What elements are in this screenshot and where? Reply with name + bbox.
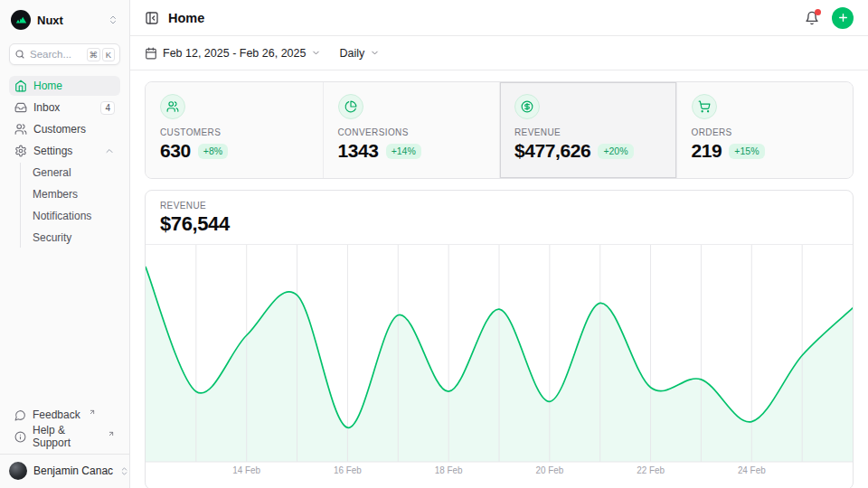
- users-icon: [160, 94, 185, 119]
- stat-label: REVENUE: [514, 127, 662, 137]
- chevron-down-icon: [370, 48, 380, 58]
- chat-bubble-icon: [14, 409, 26, 421]
- sidebar-item-help-support[interactable]: Help & Support: [9, 427, 120, 446]
- external-link-icon: [89, 408, 96, 416]
- kbd-k: K: [102, 48, 115, 61]
- inbox-icon: [14, 101, 27, 114]
- stat-value: 1343: [338, 140, 379, 162]
- page-title: Home: [168, 11, 204, 25]
- sidebar: Nuxt Search... ⌘ K Home: [0, 0, 130, 488]
- date-range-value: Feb 12, 2025 - Feb 26, 2025: [163, 47, 306, 60]
- sidebar-item-notifications[interactable]: Notifications: [29, 206, 120, 226]
- workspace-name: Nuxt: [37, 14, 63, 27]
- sidebar-item-settings[interactable]: Settings: [9, 141, 120, 161]
- sidebar-item-home[interactable]: Home: [9, 76, 120, 96]
- filter-toolbar: Feb 12, 2025 - Feb 26, 2025 Daily: [130, 36, 868, 70]
- stat-delta-badge: +15%: [729, 144, 764, 159]
- user-name: Benjamin Canac: [33, 465, 113, 477]
- period-select[interactable]: Daily: [339, 47, 380, 60]
- sidebar-subitem-label: Members: [33, 188, 78, 201]
- sidebar-footer: Feedback Help & Support Benjamin Canac: [9, 405, 120, 488]
- chart-metric-value: $76,544: [160, 212, 838, 236]
- search-placeholder: Search...: [30, 49, 71, 60]
- x-axis-label: 22 Feb: [637, 465, 665, 475]
- sidebar-subitem-label: Security: [33, 231, 71, 244]
- stat-delta-badge: +8%: [198, 144, 228, 159]
- sidebar-subitem-label: General: [33, 166, 71, 179]
- sidebar-item-label: Settings: [33, 145, 72, 157]
- main-area: Home Feb 12, 2: [130, 0, 868, 488]
- calendar-icon: [145, 47, 157, 60]
- page-header: Home: [130, 0, 868, 36]
- external-link-icon: [108, 430, 115, 437]
- x-axis-label: 20 Feb: [535, 465, 563, 475]
- header-actions: [805, 7, 854, 29]
- app-window: Nuxt Search... ⌘ K Home: [0, 0, 868, 488]
- home-icon: [14, 80, 27, 92]
- search-input[interactable]: Search... ⌘ K: [9, 43, 120, 65]
- notification-dot: [815, 9, 821, 15]
- user-section: Benjamin Canac: [0, 454, 129, 488]
- plus-icon: [837, 12, 849, 23]
- kbd-cmd: ⌘: [87, 48, 101, 61]
- stat-delta-badge: +20%: [598, 144, 633, 159]
- x-axis-label: 24 Feb: [738, 465, 766, 475]
- sidebar-item-feedback[interactable]: Feedback: [9, 405, 120, 425]
- sidebar-nav: Home Inbox 4 Customers Settings: [9, 76, 120, 249]
- add-button[interactable]: [832, 7, 854, 29]
- stat-value: 219: [692, 140, 722, 162]
- stat-label: CUSTOMERS: [160, 127, 308, 137]
- x-axis-label: 16 Feb: [334, 465, 362, 475]
- sidebar-subitem-label: Notifications: [33, 210, 91, 222]
- sidebar-item-label: Home: [33, 80, 62, 92]
- stat-label: CONVERSIONS: [338, 127, 486, 137]
- sidebar-item-members[interactable]: Members: [29, 184, 120, 204]
- info-circle-icon: [14, 431, 26, 443]
- settings-subnav: General Members Notifications Security: [20, 163, 120, 248]
- chart-header: REVENUE $76,544: [146, 191, 853, 245]
- sidebar-item-security[interactable]: Security: [29, 228, 120, 248]
- chart-metric-label: REVENUE: [160, 201, 838, 211]
- chevrons-up-down-icon: [119, 466, 129, 476]
- stats-row: CUSTOMERS 630 +8% CONVERSIONS 1343 +14%: [145, 81, 854, 179]
- chevron-up-icon: [104, 145, 115, 156]
- stat-card-revenue[interactable]: REVENUE $477,626 +20%: [499, 82, 676, 178]
- stat-card-conversions[interactable]: CONVERSIONS 1343 +14%: [323, 82, 500, 178]
- sidebar-item-inbox[interactable]: Inbox 4: [9, 98, 120, 117]
- chevrons-up-down-icon: [108, 14, 118, 25]
- revenue-area-chart[interactable]: 14 Feb16 Feb18 Feb20 Feb22 Feb24 Feb: [146, 245, 853, 478]
- dollar-circle-icon: [514, 94, 540, 119]
- period-value: Daily: [339, 47, 364, 60]
- sidebar-item-label: Feedback: [33, 408, 80, 421]
- stat-value: 630: [160, 140, 191, 162]
- sidebar-item-label: Help & Support: [33, 424, 99, 449]
- stat-label: ORDERS: [692, 127, 839, 137]
- stat-delta-badge: +14%: [386, 144, 421, 159]
- stat-card-orders[interactable]: ORDERS 219 +15%: [676, 82, 854, 178]
- chevron-down-icon: [311, 48, 321, 58]
- avatar: [9, 462, 27, 480]
- x-axis-label: 14 Feb: [232, 465, 260, 475]
- inbox-count-badge: 4: [100, 101, 115, 115]
- workspace-switcher[interactable]: Nuxt: [9, 9, 120, 31]
- stat-card-customers[interactable]: CUSTOMERS 630 +8%: [146, 82, 323, 178]
- sidebar-collapse-button[interactable]: [145, 11, 159, 25]
- search-shortcut: ⌘ K: [87, 48, 116, 61]
- dashboard-content: CUSTOMERS 630 +8% CONVERSIONS 1343 +14%: [130, 70, 868, 488]
- sidebar-item-label: Inbox: [33, 101, 60, 114]
- notifications-button[interactable]: [805, 11, 819, 25]
- sidebar-item-general[interactable]: General: [29, 163, 120, 183]
- users-icon: [14, 123, 27, 136]
- date-range-picker[interactable]: Feb 12, 2025 - Feb 26, 2025: [145, 47, 321, 60]
- sidebar-item-label: Customers: [33, 123, 86, 136]
- shopping-cart-icon: [692, 94, 717, 119]
- sidebar-item-customers[interactable]: Customers: [9, 119, 120, 139]
- x-axis-label: 18 Feb: [435, 465, 463, 475]
- nuxt-logo-icon: [11, 10, 31, 30]
- panel-left-close-icon: [145, 11, 159, 25]
- pie-chart-icon: [338, 94, 363, 119]
- stat-value: $477,626: [514, 140, 590, 162]
- user-menu-button[interactable]: Benjamin Canac: [9, 461, 120, 481]
- revenue-chart-card: REVENUE $76,544 14 Feb16 Feb18 Feb20 Feb…: [145, 190, 854, 488]
- gear-icon: [14, 145, 27, 157]
